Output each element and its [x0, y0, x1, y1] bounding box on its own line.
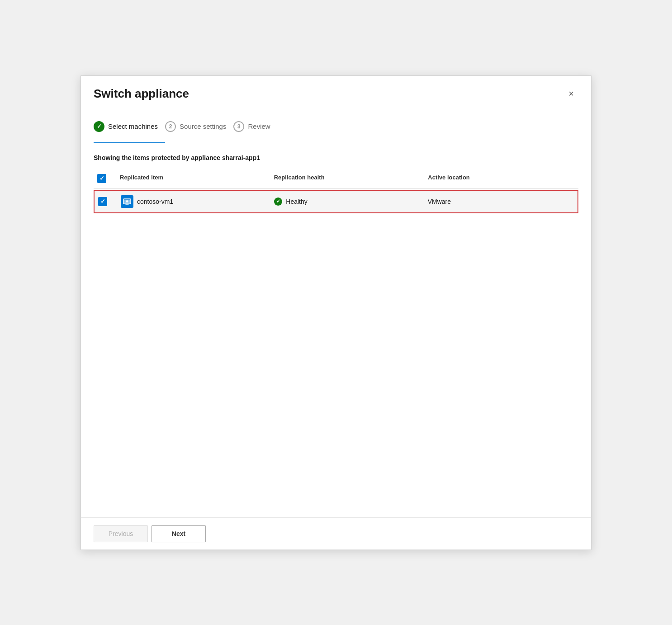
step-2-circle: 2: [165, 121, 176, 132]
step-source-settings[interactable]: 2 Source settings: [165, 117, 233, 136]
close-button[interactable]: ×: [564, 87, 578, 101]
vm-icon: [121, 195, 133, 208]
health-label: Healthy: [286, 198, 307, 205]
table-header-row: Replicated item Replication health Activ…: [94, 169, 578, 189]
select-all-checkbox[interactable]: [97, 174, 106, 183]
vm-name: contoso-vm1: [137, 198, 173, 205]
table-row[interactable]: contoso-vm1 ✓ Healthy VMware: [94, 190, 578, 213]
svg-point-3: [126, 200, 128, 202]
next-button[interactable]: Next: [151, 525, 206, 542]
location-label: VMware: [428, 198, 451, 205]
switch-appliance-dialog: Switch appliance × ✓ Select machines 2 S…: [80, 75, 592, 550]
step-select-machines[interactable]: ✓ Select machines: [94, 117, 165, 136]
step-1-circle: ✓: [94, 121, 104, 132]
col-replication-health-header: Replication health: [270, 172, 425, 185]
dialog-footer: Previous Next: [81, 517, 591, 550]
cell-replicated-item: contoso-vm1: [117, 191, 270, 212]
previous-button[interactable]: Previous: [94, 525, 148, 542]
col-active-location-header: Active location: [424, 172, 578, 185]
step-review[interactable]: 3 Review: [233, 117, 277, 136]
cell-replication-health: ✓ Healthy: [270, 193, 424, 210]
step-1-label: Select machines: [108, 122, 158, 130]
cell-active-location: VMware: [424, 193, 577, 210]
dialog-title: Switch appliance: [94, 87, 189, 101]
col-replicated-item-header: Replicated item: [116, 172, 270, 185]
dialog-header: Switch appliance ×: [81, 76, 591, 108]
health-icon: ✓: [274, 197, 282, 206]
machines-table: Replicated item Replication health Activ…: [94, 169, 578, 213]
row-checkbox[interactable]: [98, 197, 107, 206]
cell-checkbox[interactable]: [95, 193, 117, 211]
step-3-circle: 3: [233, 121, 244, 132]
col-checkbox-header: [94, 172, 116, 185]
description-text: Showing the items protected by appliance…: [94, 154, 578, 161]
dialog-content: ✓ Select machines 2 Source settings 3 Re…: [81, 108, 591, 517]
steps-navigation: ✓ Select machines 2 Source settings 3 Re…: [94, 117, 578, 143]
step-2-label: Source settings: [180, 122, 226, 130]
step-3-label: Review: [248, 122, 270, 130]
